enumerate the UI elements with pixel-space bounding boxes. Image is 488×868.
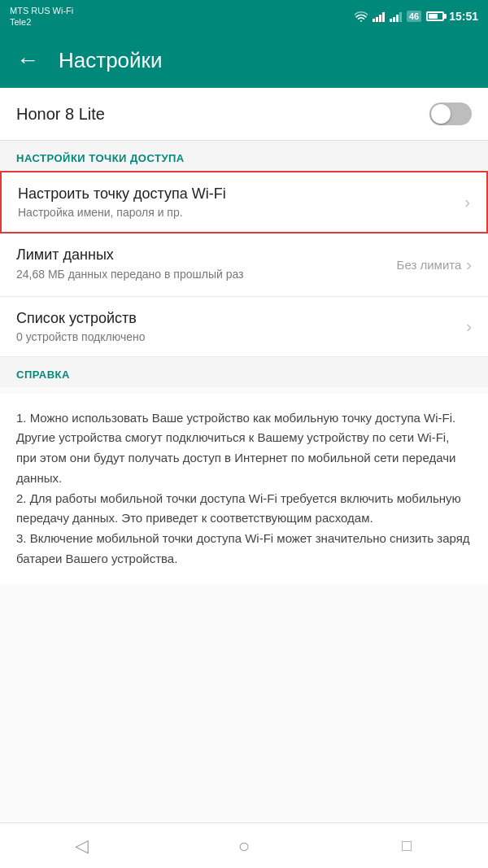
nav-back-icon: ◁ [75, 835, 89, 857]
data-limit-value: Без лимита [397, 258, 462, 272]
configure-wifi-hotspot-item[interactable]: Настроить точку доступа Wi-Fi Настройка … [0, 171, 488, 233]
data-limit-chevron: › [466, 255, 472, 274]
nav-recent-button[interactable]: □ [382, 830, 431, 862]
nav-home-button[interactable]: ○ [220, 830, 268, 862]
signal-icon-1 [373, 11, 385, 22]
configure-wifi-subtitle: Настройка имени, пароля и пр. [18, 206, 464, 219]
devices-list-item[interactable]: Список устройств 0 устройств подключено … [0, 297, 488, 357]
back-button[interactable]: ← [16, 49, 39, 72]
battery-icon [426, 11, 444, 21]
device-toggle-row[interactable]: Honor 8 Lite [0, 88, 488, 141]
configure-wifi-chevron: › [464, 193, 470, 212]
data-limit-title: Лимит данных [16, 246, 397, 264]
carrier2-label: Tele2 [10, 16, 73, 28]
wifi-icon [355, 11, 368, 22]
nav-home-icon: ○ [238, 835, 251, 857]
devices-list-title: Список устройств [16, 310, 466, 327]
status-time: 15:51 [449, 10, 478, 23]
hotspot-section-header: НАСТРОЙКИ ТОЧКИ ДОСТУПА [0, 141, 488, 171]
data-limit-content: Лимит данных 24,68 МБ данных передано в … [16, 246, 397, 283]
data-limit-item[interactable]: Лимит данных 24,68 МБ данных передано в … [0, 233, 488, 297]
carrier1-label: MTS RUS Wi-Fi [10, 5, 73, 16]
configure-wifi-content: Настроить точку доступа Wi-Fi Настройка … [18, 185, 464, 219]
nav-recent-icon: □ [402, 836, 412, 855]
help-section: 1. Можно использовать Ваше устройство ка… [0, 394, 488, 584]
hotspot-toggle[interactable] [429, 103, 472, 125]
toggle-knob [431, 104, 451, 124]
bottom-nav: ◁ ○ □ [0, 822, 488, 868]
data-limit-subtitle: 24,68 МБ данных передано в прошлый раз [16, 267, 397, 283]
devices-list-chevron: › [466, 317, 472, 336]
device-name-label: Honor 8 Lite [16, 105, 105, 124]
devices-list-content: Список устройств 0 устройств подключено [16, 310, 466, 343]
data-limit-right: Без лимита › [397, 255, 472, 274]
nav-back-button[interactable]: ◁ [57, 830, 106, 862]
configure-wifi-title: Настроить точку доступа Wi-Fi [18, 185, 464, 203]
status-icons: 46 15:51 [355, 10, 478, 23]
carrier-info: MTS RUS Wi-Fi Tele2 [10, 5, 73, 28]
help-text-content: 1. Можно использовать Ваше устройство ка… [16, 408, 472, 569]
header: ← Настройки [0, 33, 488, 88]
signal-icon-2 [390, 11, 402, 22]
content-area: Honor 8 Lite НАСТРОЙКИ ТОЧКИ ДОСТУПА Нас… [0, 88, 488, 822]
status-bar: MTS RUS Wi-Fi Tele2 46 [0, 0, 488, 33]
page-title: Настройки [59, 48, 163, 73]
network-type-badge: 46 [407, 11, 421, 22]
devices-list-subtitle: 0 устройств подключено [16, 330, 466, 343]
help-section-header: СПРАВКА [0, 357, 488, 387]
